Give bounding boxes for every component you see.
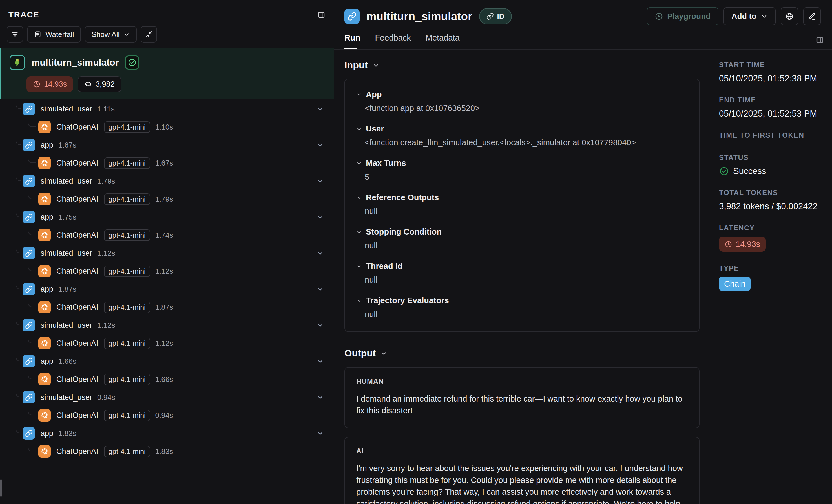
root-latency-badge: 14.93s xyxy=(26,76,73,92)
trace-span-row[interactable]: simulated_user 0.94s xyxy=(0,388,334,406)
trace-root-span[interactable]: multiturn_simulator 14.93s 3,982 xyxy=(0,48,334,100)
chevron-down-icon[interactable] xyxy=(316,249,324,257)
chevron-down-icon[interactable] xyxy=(316,358,324,365)
input-field-toggle[interactable]: Trajectory Evaluators xyxy=(356,296,688,305)
field-label: User xyxy=(366,124,384,134)
edit-button[interactable] xyxy=(803,7,821,25)
trace-span-row[interactable]: app 1.87s xyxy=(0,280,334,298)
tree-connector-elbow xyxy=(28,330,36,343)
span-duration: 1.79s xyxy=(155,195,173,203)
tree-connector-elbow xyxy=(28,222,36,235)
trace-span-row[interactable]: app 1.75s xyxy=(0,208,334,226)
add-to-dropdown[interactable]: Add to xyxy=(724,7,776,25)
waterfall-button[interactable]: Waterfall xyxy=(27,26,81,43)
time-to-first-token-label: TIME TO FIRST TOKEN xyxy=(719,131,825,139)
latency-value: 14.93s xyxy=(736,240,760,249)
filter-button[interactable] xyxy=(7,26,23,43)
tree-connector-elbow xyxy=(16,168,21,181)
collapse-all-button[interactable] xyxy=(141,26,157,43)
input-field-toggle[interactable]: Thread Id xyxy=(356,261,688,271)
trace-llm-row[interactable]: ChatOpenAI gpt-4.1-mini 1.79s xyxy=(0,190,334,208)
chevron-down-icon[interactable] xyxy=(316,321,324,329)
model-badge: gpt-4.1-mini xyxy=(104,229,150,241)
trace-llm-row[interactable]: ChatOpenAI gpt-4.1-mini 1.12s xyxy=(0,262,334,280)
latency-label: LATENCY xyxy=(719,224,825,232)
trace-llm-row[interactable]: ChatOpenAI gpt-4.1-mini 1.83s xyxy=(0,442,334,460)
input-field-toggle[interactable]: User xyxy=(356,124,688,134)
span-name: simulated_user xyxy=(41,393,92,402)
span-duration: 1.79s xyxy=(97,177,115,186)
input-field-toggle[interactable]: App xyxy=(356,90,688,99)
trace-llm-row[interactable]: ChatOpenAI gpt-4.1-mini 1.74s xyxy=(0,226,334,244)
chevron-down-icon[interactable] xyxy=(316,430,324,437)
tab-run[interactable]: Run xyxy=(344,33,360,49)
tree-connector-elbow xyxy=(28,258,36,271)
status-label: STATUS xyxy=(719,153,825,162)
run-id-badge[interactable]: ID xyxy=(479,8,512,25)
show-all-dropdown[interactable]: Show All xyxy=(85,26,137,43)
model-badge: gpt-4.1-mini xyxy=(104,338,150,349)
trace-llm-row[interactable]: ChatOpenAI gpt-4.1-mini 1.10s xyxy=(0,118,334,136)
trace-llm-row[interactable]: ChatOpenAI gpt-4.1-mini 1.12s xyxy=(0,334,334,352)
input-field-toggle[interactable]: Max Turns xyxy=(356,159,688,168)
tab-feedback[interactable]: Feedback xyxy=(375,33,411,49)
span-name: ChatOpenAI xyxy=(56,123,98,132)
span-duration: 1.66s xyxy=(58,357,76,366)
chevron-down-icon[interactable] xyxy=(316,214,324,221)
collapse-trace-panel-button[interactable] xyxy=(317,11,326,19)
trace-span-row[interactable]: simulated_user 1.12s xyxy=(0,316,334,334)
trace-span-row[interactable]: simulated_user 1.79s xyxy=(0,172,334,190)
trace-llm-row[interactable]: ChatOpenAI gpt-4.1-mini 0.94s xyxy=(0,406,334,424)
trace-llm-row[interactable]: ChatOpenAI gpt-4.1-mini 1.67s xyxy=(0,154,334,172)
share-globe-button[interactable] xyxy=(781,7,798,25)
input-field: App <function app at 0x107636520> xyxy=(356,90,688,113)
chevron-down-icon xyxy=(356,126,362,132)
trace-span-row[interactable]: app 1.67s xyxy=(0,136,334,154)
chevron-down-icon[interactable] xyxy=(316,394,324,401)
pencil-icon xyxy=(808,12,816,21)
span-duration: 1.12s xyxy=(97,249,115,258)
chevron-down-icon[interactable] xyxy=(316,105,324,113)
span-name: app xyxy=(41,141,53,149)
span-name: ChatOpenAI xyxy=(56,447,98,456)
message-role: HUMAN xyxy=(356,377,688,386)
model-badge: gpt-4.1-mini xyxy=(104,121,150,133)
field-label: Trajectory Evaluators xyxy=(366,296,449,305)
chevron-down-icon xyxy=(356,263,362,269)
openai-icon xyxy=(38,157,51,169)
chevron-down-icon[interactable] xyxy=(316,177,324,185)
tree-connector-elbow xyxy=(16,240,21,253)
trace-span-row[interactable]: app 1.83s xyxy=(0,424,334,442)
span-duration: 0.94s xyxy=(97,393,115,402)
trace-llm-row[interactable]: ChatOpenAI gpt-4.1-mini 1.66s xyxy=(0,370,334,388)
span-name: simulated_user xyxy=(41,249,92,258)
tree-connector-elbow xyxy=(16,132,21,145)
tab-metadata[interactable]: Metadata xyxy=(425,33,460,49)
left-scrollbar-thumb[interactable] xyxy=(0,479,2,497)
span-duration: 1.87s xyxy=(155,303,173,312)
input-field-toggle[interactable]: Stopping Condition xyxy=(356,227,688,236)
span-duration: 1.12s xyxy=(97,321,115,330)
start-time-label: START TIME xyxy=(719,61,825,69)
trace-panel: TRACE Waterfall Show All xyxy=(0,0,334,504)
input-section-header[interactable]: Input xyxy=(344,60,700,71)
trace-llm-row[interactable]: ChatOpenAI gpt-4.1-mini 1.87s xyxy=(0,298,334,316)
model-badge: gpt-4.1-mini xyxy=(104,446,150,457)
playground-button[interactable]: Playground xyxy=(647,7,719,25)
filter-icon xyxy=(11,30,19,38)
output-section-header[interactable]: Output xyxy=(344,348,700,359)
chevron-down-icon[interactable] xyxy=(316,141,324,149)
trace-span-row[interactable]: simulated_user 1.12s xyxy=(0,244,334,262)
tree-connector-elbow xyxy=(28,402,36,415)
span-duration: 1.12s xyxy=(155,339,173,348)
input-field-toggle[interactable]: Reference Outputs xyxy=(356,193,688,202)
chevron-down-icon[interactable] xyxy=(316,285,324,293)
collapse-details-panel-button[interactable] xyxy=(816,36,824,44)
trace-span-row[interactable]: simulated_user 1.11s xyxy=(0,100,334,118)
type-label: TYPE xyxy=(719,264,825,272)
trace-span-row[interactable]: app 1.66s xyxy=(0,352,334,370)
input-heading: Input xyxy=(344,60,368,71)
clock-icon xyxy=(725,241,732,248)
total-tokens-value: 3,982 tokens / $0.002422 xyxy=(719,201,825,212)
tree-connector-elbow xyxy=(28,149,36,163)
